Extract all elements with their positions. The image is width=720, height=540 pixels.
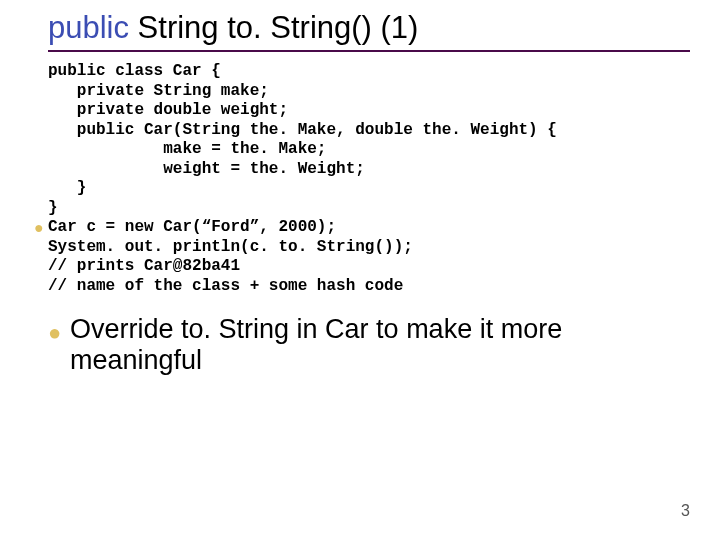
code-line: public class Car { — [48, 62, 221, 80]
slide: public String to. String() (1) public cl… — [0, 0, 720, 540]
bullet-icon: ● — [34, 218, 44, 238]
code-line: private double weight; — [48, 101, 288, 119]
page-number: 3 — [681, 502, 690, 520]
body-text: Override to. String in Car to make it mo… — [70, 314, 562, 375]
code-line: weight = the. Weight; — [48, 160, 365, 178]
title-rest: String to. String() (1) — [129, 10, 418, 45]
slide-title: public String to. String() (1) — [30, 10, 690, 46]
code-line: make = the. Make; — [48, 140, 326, 158]
code-block: public class Car { private String make; … — [48, 62, 690, 296]
code-line: } — [48, 179, 86, 197]
code-line: Car c = new Car(“Ford”, 2000); — [48, 218, 336, 236]
title-rule — [48, 50, 690, 52]
code-line: // name of the class + some hash code — [48, 277, 403, 295]
code-line: System. out. println(c. to. String()); — [48, 238, 413, 256]
code-line: } — [48, 199, 58, 217]
bullet-icon: ● — [48, 320, 61, 345]
title-keyword: public — [48, 10, 129, 45]
code-line: // prints Car@82ba41 — [48, 257, 240, 275]
code-line: private String make; — [48, 82, 269, 100]
code-line: public Car(String the. Make, double the.… — [48, 121, 557, 139]
body-bullet: ● Override to. String in Car to make it … — [48, 314, 690, 376]
